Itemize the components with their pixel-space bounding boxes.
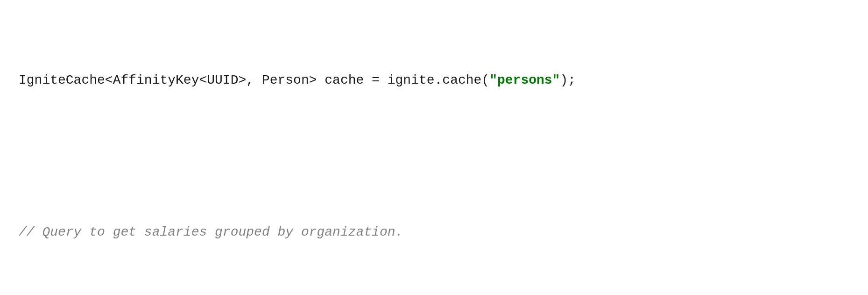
- string-literal: "persons": [489, 73, 560, 87]
- code-line-blank-1: [19, 147, 849, 166]
- code-line-1: IgniteCache<AffinityKey<UUID>, Person> c…: [19, 71, 849, 90]
- code-block: IgniteCache<AffinityKey<UUID>, Person> c…: [19, 14, 849, 295]
- code-text: IgniteCache<AffinityKey<UUID>, Person> c…: [19, 73, 489, 87]
- code-line-comment: // Query to get salaries grouped by orga…: [19, 223, 849, 242]
- code-text: );: [560, 73, 576, 87]
